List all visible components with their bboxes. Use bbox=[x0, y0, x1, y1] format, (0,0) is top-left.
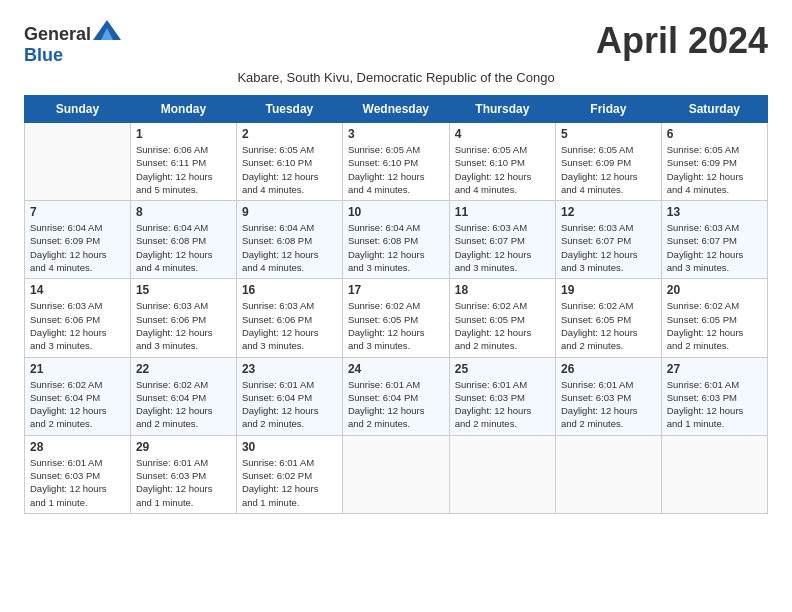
calendar-cell: 12Sunrise: 6:03 AMSunset: 6:07 PMDayligh… bbox=[556, 201, 662, 279]
day-of-week-header: Saturday bbox=[661, 96, 767, 123]
day-number: 12 bbox=[561, 205, 656, 219]
logo-icon bbox=[93, 20, 121, 40]
day-number: 5 bbox=[561, 127, 656, 141]
day-info: Sunrise: 6:02 AMSunset: 6:05 PMDaylight:… bbox=[561, 299, 656, 352]
day-number: 29 bbox=[136, 440, 231, 454]
calendar-cell: 11Sunrise: 6:03 AMSunset: 6:07 PMDayligh… bbox=[449, 201, 555, 279]
day-number: 2 bbox=[242, 127, 337, 141]
day-number: 18 bbox=[455, 283, 550, 297]
calendar-cell: 19Sunrise: 6:02 AMSunset: 6:05 PMDayligh… bbox=[556, 279, 662, 357]
month-title: April 2024 bbox=[596, 20, 768, 62]
day-info: Sunrise: 6:01 AMSunset: 6:03 PMDaylight:… bbox=[455, 378, 550, 431]
day-info: Sunrise: 6:04 AMSunset: 6:08 PMDaylight:… bbox=[242, 221, 337, 274]
calendar-cell: 2Sunrise: 6:05 AMSunset: 6:10 PMDaylight… bbox=[236, 123, 342, 201]
day-number: 16 bbox=[242, 283, 337, 297]
day-number: 6 bbox=[667, 127, 762, 141]
calendar-week-row: 1Sunrise: 6:06 AMSunset: 6:11 PMDaylight… bbox=[25, 123, 768, 201]
day-info: Sunrise: 6:02 AMSunset: 6:05 PMDaylight:… bbox=[455, 299, 550, 352]
calendar-cell: 13Sunrise: 6:03 AMSunset: 6:07 PMDayligh… bbox=[661, 201, 767, 279]
logo-text: General Blue bbox=[24, 20, 121, 66]
calendar-cell: 23Sunrise: 6:01 AMSunset: 6:04 PMDayligh… bbox=[236, 357, 342, 435]
day-number: 15 bbox=[136, 283, 231, 297]
calendar-cell: 30Sunrise: 6:01 AMSunset: 6:02 PMDayligh… bbox=[236, 435, 342, 513]
day-number: 30 bbox=[242, 440, 337, 454]
day-info: Sunrise: 6:01 AMSunset: 6:02 PMDaylight:… bbox=[242, 456, 337, 509]
day-info: Sunrise: 6:03 AMSunset: 6:06 PMDaylight:… bbox=[242, 299, 337, 352]
calendar-cell: 17Sunrise: 6:02 AMSunset: 6:05 PMDayligh… bbox=[342, 279, 449, 357]
day-number: 14 bbox=[30, 283, 125, 297]
day-info: Sunrise: 6:03 AMSunset: 6:07 PMDaylight:… bbox=[667, 221, 762, 274]
day-number: 3 bbox=[348, 127, 444, 141]
day-info: Sunrise: 6:03 AMSunset: 6:06 PMDaylight:… bbox=[136, 299, 231, 352]
day-info: Sunrise: 6:02 AMSunset: 6:05 PMDaylight:… bbox=[667, 299, 762, 352]
day-info: Sunrise: 6:05 AMSunset: 6:09 PMDaylight:… bbox=[561, 143, 656, 196]
day-info: Sunrise: 6:05 AMSunset: 6:10 PMDaylight:… bbox=[242, 143, 337, 196]
logo-general: General bbox=[24, 24, 91, 44]
calendar-cell bbox=[342, 435, 449, 513]
day-of-week-header: Sunday bbox=[25, 96, 131, 123]
calendar-cell: 29Sunrise: 6:01 AMSunset: 6:03 PMDayligh… bbox=[130, 435, 236, 513]
day-info: Sunrise: 6:02 AMSunset: 6:04 PMDaylight:… bbox=[30, 378, 125, 431]
day-number: 19 bbox=[561, 283, 656, 297]
calendar-cell: 26Sunrise: 6:01 AMSunset: 6:03 PMDayligh… bbox=[556, 357, 662, 435]
calendar-cell: 28Sunrise: 6:01 AMSunset: 6:03 PMDayligh… bbox=[25, 435, 131, 513]
calendar-week-row: 28Sunrise: 6:01 AMSunset: 6:03 PMDayligh… bbox=[25, 435, 768, 513]
calendar-cell: 1Sunrise: 6:06 AMSunset: 6:11 PMDaylight… bbox=[130, 123, 236, 201]
calendar-cell bbox=[556, 435, 662, 513]
day-number: 26 bbox=[561, 362, 656, 376]
day-number: 28 bbox=[30, 440, 125, 454]
day-info: Sunrise: 6:03 AMSunset: 6:07 PMDaylight:… bbox=[455, 221, 550, 274]
day-info: Sunrise: 6:01 AMSunset: 6:03 PMDaylight:… bbox=[667, 378, 762, 431]
calendar-cell: 10Sunrise: 6:04 AMSunset: 6:08 PMDayligh… bbox=[342, 201, 449, 279]
day-number: 27 bbox=[667, 362, 762, 376]
calendar-cell: 5Sunrise: 6:05 AMSunset: 6:09 PMDaylight… bbox=[556, 123, 662, 201]
day-number: 23 bbox=[242, 362, 337, 376]
day-info: Sunrise: 6:05 AMSunset: 6:09 PMDaylight:… bbox=[667, 143, 762, 196]
day-number: 24 bbox=[348, 362, 444, 376]
calendar-cell: 16Sunrise: 6:03 AMSunset: 6:06 PMDayligh… bbox=[236, 279, 342, 357]
calendar-cell: 20Sunrise: 6:02 AMSunset: 6:05 PMDayligh… bbox=[661, 279, 767, 357]
day-of-week-header: Thursday bbox=[449, 96, 555, 123]
calendar-cell: 14Sunrise: 6:03 AMSunset: 6:06 PMDayligh… bbox=[25, 279, 131, 357]
day-number: 11 bbox=[455, 205, 550, 219]
day-info: Sunrise: 6:03 AMSunset: 6:07 PMDaylight:… bbox=[561, 221, 656, 274]
page-header: General Blue April 2024 bbox=[24, 20, 768, 66]
day-number: 8 bbox=[136, 205, 231, 219]
calendar-cell: 22Sunrise: 6:02 AMSunset: 6:04 PMDayligh… bbox=[130, 357, 236, 435]
calendar-week-row: 21Sunrise: 6:02 AMSunset: 6:04 PMDayligh… bbox=[25, 357, 768, 435]
day-info: Sunrise: 6:01 AMSunset: 6:04 PMDaylight:… bbox=[348, 378, 444, 431]
calendar-cell: 25Sunrise: 6:01 AMSunset: 6:03 PMDayligh… bbox=[449, 357, 555, 435]
day-info: Sunrise: 6:05 AMSunset: 6:10 PMDaylight:… bbox=[348, 143, 444, 196]
calendar-week-row: 7Sunrise: 6:04 AMSunset: 6:09 PMDaylight… bbox=[25, 201, 768, 279]
calendar-cell: 18Sunrise: 6:02 AMSunset: 6:05 PMDayligh… bbox=[449, 279, 555, 357]
day-info: Sunrise: 6:01 AMSunset: 6:03 PMDaylight:… bbox=[136, 456, 231, 509]
calendar-week-row: 14Sunrise: 6:03 AMSunset: 6:06 PMDayligh… bbox=[25, 279, 768, 357]
day-number: 17 bbox=[348, 283, 444, 297]
day-info: Sunrise: 6:06 AMSunset: 6:11 PMDaylight:… bbox=[136, 143, 231, 196]
calendar-cell: 9Sunrise: 6:04 AMSunset: 6:08 PMDaylight… bbox=[236, 201, 342, 279]
day-number: 7 bbox=[30, 205, 125, 219]
day-number: 20 bbox=[667, 283, 762, 297]
calendar-cell: 4Sunrise: 6:05 AMSunset: 6:10 PMDaylight… bbox=[449, 123, 555, 201]
day-of-week-header: Tuesday bbox=[236, 96, 342, 123]
calendar-cell bbox=[661, 435, 767, 513]
calendar-cell bbox=[449, 435, 555, 513]
day-number: 9 bbox=[242, 205, 337, 219]
day-info: Sunrise: 6:01 AMSunset: 6:03 PMDaylight:… bbox=[30, 456, 125, 509]
day-info: Sunrise: 6:02 AMSunset: 6:05 PMDaylight:… bbox=[348, 299, 444, 352]
day-info: Sunrise: 6:02 AMSunset: 6:04 PMDaylight:… bbox=[136, 378, 231, 431]
day-number: 10 bbox=[348, 205, 444, 219]
logo-blue: Blue bbox=[24, 45, 63, 65]
day-number: 25 bbox=[455, 362, 550, 376]
day-number: 21 bbox=[30, 362, 125, 376]
calendar-cell: 3Sunrise: 6:05 AMSunset: 6:10 PMDaylight… bbox=[342, 123, 449, 201]
calendar-cell: 27Sunrise: 6:01 AMSunset: 6:03 PMDayligh… bbox=[661, 357, 767, 435]
day-info: Sunrise: 6:05 AMSunset: 6:10 PMDaylight:… bbox=[455, 143, 550, 196]
calendar-header-row: SundayMondayTuesdayWednesdayThursdayFrid… bbox=[25, 96, 768, 123]
day-number: 4 bbox=[455, 127, 550, 141]
day-of-week-header: Wednesday bbox=[342, 96, 449, 123]
calendar-cell: 6Sunrise: 6:05 AMSunset: 6:09 PMDaylight… bbox=[661, 123, 767, 201]
day-of-week-header: Monday bbox=[130, 96, 236, 123]
day-number: 22 bbox=[136, 362, 231, 376]
calendar-cell: 7Sunrise: 6:04 AMSunset: 6:09 PMDaylight… bbox=[25, 201, 131, 279]
